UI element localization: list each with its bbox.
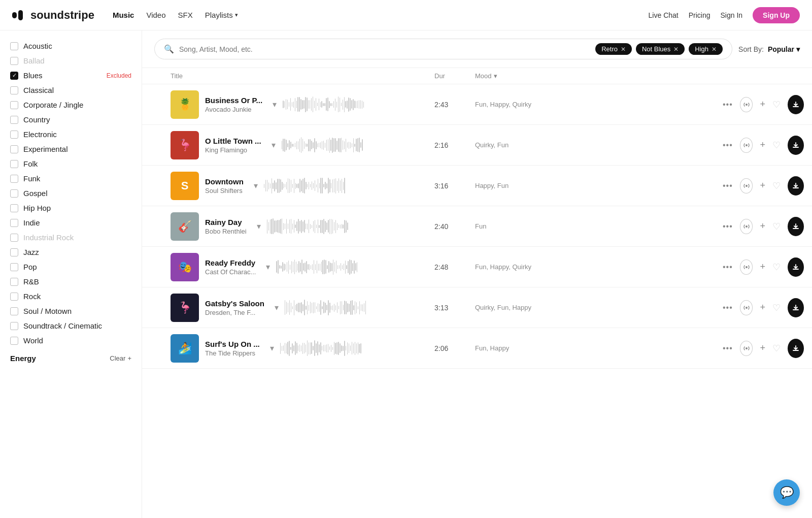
more-options-button[interactable]: ••• xyxy=(723,100,733,109)
broadcast-button[interactable] xyxy=(740,97,753,112)
add-to-playlist-button[interactable]: + xyxy=(760,221,765,232)
more-options-button[interactable]: ••• xyxy=(723,303,733,312)
checkbox-blues[interactable] xyxy=(10,72,18,80)
logo[interactable]: soundstripe xyxy=(12,9,94,22)
checkbox-classical[interactable] xyxy=(10,86,18,94)
favorite-button[interactable]: ♡ xyxy=(772,302,781,313)
checkbox-gospel[interactable] xyxy=(10,189,18,198)
add-to-playlist-button[interactable]: + xyxy=(760,302,765,313)
sidebar-item-classical[interactable]: Classical xyxy=(0,83,142,98)
sidebar-item-folk[interactable]: Folk xyxy=(0,156,142,171)
checkbox-industrial-rock[interactable] xyxy=(10,234,18,242)
pricing-link[interactable]: Pricing xyxy=(689,11,710,19)
add-to-playlist-button[interactable]: + xyxy=(760,343,765,353)
nav-sfx[interactable]: SFX xyxy=(178,11,193,19)
mood-col-header[interactable]: Mood ▾ xyxy=(475,72,723,80)
sort-value[interactable]: Popular ▾ xyxy=(768,45,800,53)
checkbox-hip-hop[interactable] xyxy=(10,204,18,212)
favorite-button[interactable]: ♡ xyxy=(772,180,781,191)
sidebar-item-country[interactable]: Country xyxy=(0,112,142,127)
sidebar-item-indie[interactable]: Indie xyxy=(0,215,142,230)
track-thumbnail[interactable]: 🎭 xyxy=(171,253,199,281)
favorite-button[interactable]: ♡ xyxy=(772,99,781,110)
sidebar-item-soundtrack-cinematic[interactable]: Soundtrack / Cinematic xyxy=(0,318,142,333)
checkbox-world[interactable] xyxy=(10,337,18,345)
track-thumbnail[interactable]: 🎸 xyxy=(171,212,199,241)
favorite-button[interactable]: ♡ xyxy=(772,140,781,151)
checkbox-soundtrack-cinematic[interactable] xyxy=(10,322,18,330)
download-button[interactable] xyxy=(788,217,804,236)
add-to-playlist-button[interactable]: + xyxy=(760,180,765,191)
expand-button[interactable]: ▾ xyxy=(254,181,258,190)
checkbox-corporate-jingle[interactable] xyxy=(10,101,18,109)
download-button[interactable] xyxy=(788,95,804,114)
broadcast-button[interactable] xyxy=(740,300,753,315)
checkbox-jazz[interactable] xyxy=(10,248,18,256)
broadcast-button[interactable] xyxy=(740,219,753,234)
track-thumbnail[interactable]: 🍍 xyxy=(171,90,199,119)
favorite-button[interactable]: ♡ xyxy=(772,262,781,273)
add-to-playlist-button[interactable]: + xyxy=(760,140,765,150)
checkbox-soul-motown[interactable] xyxy=(10,307,18,315)
sidebar-item-ballad[interactable]: Ballad xyxy=(0,53,142,68)
sidebar-item-industrial-rock[interactable]: Industrial Rock xyxy=(0,230,142,245)
checkbox-electronic[interactable] xyxy=(10,131,18,139)
checkbox-acoustic[interactable] xyxy=(10,42,18,50)
checkbox-funk[interactable] xyxy=(10,175,18,183)
broadcast-button[interactable] xyxy=(740,341,753,356)
sidebar-item-rnb[interactable]: R&B xyxy=(0,274,142,289)
search-input[interactable] xyxy=(179,45,590,53)
nav-playlists[interactable]: Playlists ▾ xyxy=(205,11,238,19)
expand-button[interactable]: ▾ xyxy=(275,303,279,312)
track-thumbnail[interactable]: 🦩 xyxy=(171,131,199,159)
signin-link[interactable]: Sign In xyxy=(721,11,743,19)
more-options-button[interactable]: ••• xyxy=(723,263,733,272)
checkbox-folk[interactable] xyxy=(10,160,18,168)
more-options-button[interactable]: ••• xyxy=(723,344,733,353)
energy-clear-button[interactable]: Clear + xyxy=(110,354,131,362)
expand-button[interactable]: ▾ xyxy=(272,140,276,150)
remove-tag-retro[interactable]: ✕ xyxy=(621,46,626,53)
favorite-button[interactable]: ♡ xyxy=(772,221,781,232)
checkbox-country[interactable] xyxy=(10,116,18,124)
expand-button[interactable]: ▾ xyxy=(257,221,261,231)
live-chat-link[interactable]: Live Chat xyxy=(649,11,679,19)
sidebar-item-blues[interactable]: BluesExcluded xyxy=(0,68,142,83)
track-thumbnail[interactable]: 🏄 xyxy=(171,334,199,363)
sidebar-item-corporate-jingle[interactable]: Corporate / Jingle xyxy=(0,98,142,112)
checkbox-indie[interactable] xyxy=(10,219,18,227)
download-button[interactable] xyxy=(788,257,804,277)
broadcast-button[interactable] xyxy=(740,178,753,193)
add-to-playlist-button[interactable]: + xyxy=(760,262,765,272)
sidebar-item-electronic[interactable]: Electronic xyxy=(0,127,142,142)
sidebar-item-world[interactable]: World xyxy=(0,333,142,348)
more-options-button[interactable]: ••• xyxy=(723,222,733,231)
favorite-button[interactable]: ♡ xyxy=(772,343,781,354)
sidebar-item-experimental[interactable]: Experimental xyxy=(0,142,142,156)
nav-video[interactable]: Video xyxy=(146,11,165,19)
expand-button[interactable]: ▾ xyxy=(270,343,274,353)
sidebar-item-jazz[interactable]: Jazz xyxy=(0,245,142,260)
signup-button[interactable]: Sign Up xyxy=(753,7,800,23)
sidebar-item-pop[interactable]: Pop xyxy=(0,260,142,274)
expand-button[interactable]: ▾ xyxy=(266,262,270,272)
add-to-playlist-button[interactable]: + xyxy=(760,99,765,110)
nav-music[interactable]: Music xyxy=(113,11,134,19)
remove-tag-not-blues[interactable]: ✕ xyxy=(673,46,679,53)
download-button[interactable] xyxy=(788,339,804,358)
checkbox-ballad[interactable] xyxy=(10,57,18,65)
remove-tag-high[interactable]: ✕ xyxy=(712,46,717,53)
checkbox-rnb[interactable] xyxy=(10,278,18,286)
sidebar-item-rock[interactable]: Rock xyxy=(0,289,142,304)
checkbox-pop[interactable] xyxy=(10,263,18,271)
download-button[interactable] xyxy=(788,298,804,317)
broadcast-button[interactable] xyxy=(740,138,753,153)
sidebar-item-soul-motown[interactable]: Soul / Motown xyxy=(0,304,142,318)
sidebar-item-hip-hop[interactable]: Hip Hop xyxy=(0,201,142,215)
more-options-button[interactable]: ••• xyxy=(723,181,733,190)
sidebar-item-funk[interactable]: Funk xyxy=(0,171,142,186)
track-thumbnail[interactable]: S xyxy=(171,172,199,200)
sidebar-item-acoustic[interactable]: Acoustic xyxy=(0,39,142,53)
checkbox-rock[interactable] xyxy=(10,293,18,301)
track-thumbnail[interactable]: 🦩 xyxy=(171,294,199,322)
